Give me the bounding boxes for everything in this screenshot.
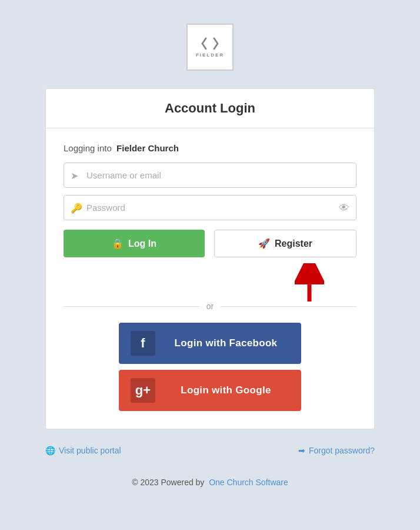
logo-box: FIELDER (186, 24, 234, 71)
action-buttons-row: 🔒 Log In 🚀 Register (64, 230, 356, 257)
footer-copyright: © 2023 Powered by One Church Software (132, 478, 288, 487)
login-subtitle: Logging into Fielder Church (64, 143, 356, 153)
facebook-button-label: Login with Facebook (162, 337, 289, 349)
login-button[interactable]: 🔒 Log In (64, 230, 205, 257)
username-wrapper: ➤ (64, 163, 356, 188)
rocket-icon: 🚀 (258, 238, 270, 249)
show-password-icon[interactable]: 👁 (339, 201, 349, 214)
password-input[interactable] (64, 195, 356, 220)
chevron-left-icon (200, 37, 209, 50)
card-header: Account Login (46, 89, 374, 128)
arrow-annotation (295, 263, 324, 304)
globe-icon: 🌐 (45, 446, 55, 455)
facebook-login-button[interactable]: f Login with Facebook (119, 323, 301, 364)
google-icon: g+ (135, 383, 151, 398)
org-name: Fielder Church (116, 143, 179, 153)
footer-links: 🌐 Visit public portal ➡ Forgot password? (45, 441, 375, 460)
divider-line-right (221, 306, 356, 307)
username-input[interactable] (64, 163, 356, 188)
logo-container: FIELDER (186, 24, 234, 71)
card-title: Account Login (58, 101, 362, 116)
key-icon: 🔑 (71, 202, 82, 213)
or-text: or (206, 302, 214, 311)
register-button[interactable]: 🚀 Register (214, 230, 356, 257)
visit-portal-link[interactable]: 🌐 Visit public portal (45, 446, 121, 455)
logo-icon (200, 37, 220, 50)
lock-icon: 🔒 (112, 238, 124, 249)
google-button-label: Login with Google (162, 385, 289, 396)
password-wrapper: 🔑 👁 (64, 195, 356, 220)
logo-text: FIELDER (196, 52, 224, 58)
key-icon: ➡ (298, 446, 305, 455)
google-login-button[interactable]: g+ Login with Google (119, 370, 301, 411)
forgot-password-link[interactable]: ➡ Forgot password? (298, 446, 375, 455)
divider-line-left (64, 306, 199, 307)
facebook-icon-box: f (131, 331, 155, 356)
social-buttons-container: f Login with Facebook g+ Login with Goog… (64, 323, 356, 411)
google-icon-box: g+ (131, 378, 155, 403)
user-icon: ➤ (71, 170, 78, 181)
login-card: Account Login Logging into Fielder Churc… (45, 88, 375, 429)
chevron-right-icon (211, 37, 220, 50)
card-body: Logging into Fielder Church ➤ 🔑 👁 🔒 Log … (46, 128, 374, 429)
facebook-icon: f (141, 336, 145, 351)
powered-by-link[interactable]: One Church Software (209, 478, 288, 487)
